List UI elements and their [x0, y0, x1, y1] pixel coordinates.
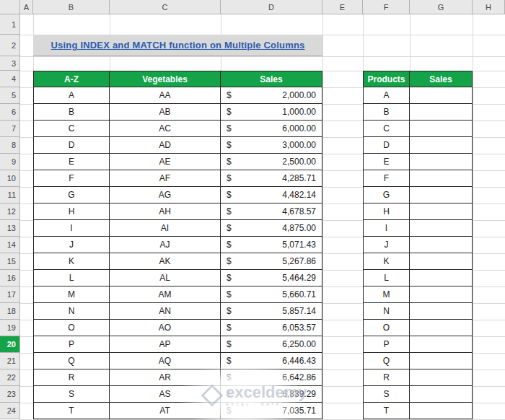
cell-az[interactable]: J	[33, 237, 110, 253]
row-header-18[interactable]: 18	[0, 303, 20, 320]
row-header-15[interactable]: 15	[0, 253, 20, 270]
row-header-8[interactable]: 8	[0, 137, 20, 154]
cell-product[interactable]: R	[363, 369, 410, 386]
cell-sales[interactable]: $2,500.00	[221, 154, 322, 170]
cell-vegetable[interactable]: AG	[110, 187, 221, 204]
cell-lookup-sales[interactable]	[410, 154, 473, 170]
row-header-22[interactable]: 22	[0, 369, 20, 386]
row-header-7[interactable]: 7	[0, 121, 20, 137]
row-header-4[interactable]: 4	[0, 71, 20, 87]
cell-az[interactable]: N	[33, 303, 110, 320]
cell-product[interactable]: T	[363, 403, 410, 419]
cell-vegetable[interactable]: AJ	[110, 237, 221, 253]
cell-lookup-sales[interactable]	[410, 270, 473, 286]
cell-product[interactable]: Q	[363, 353, 410, 369]
row-header-9[interactable]: 9	[0, 154, 20, 170]
cell-vegetable[interactable]: AC	[110, 121, 221, 137]
cell-sales[interactable]: $5,267.86	[221, 253, 322, 270]
cell-sales[interactable]: $1,000.00	[221, 104, 322, 121]
cell-product[interactable]: D	[363, 137, 410, 154]
cell-lookup-sales[interactable]	[410, 187, 473, 204]
cell-az[interactable]: H	[33, 204, 110, 220]
cell-vegetable[interactable]: AI	[110, 220, 221, 237]
cell-az[interactable]: I	[33, 220, 110, 237]
cell-az[interactable]: F	[33, 170, 110, 187]
column-header-G[interactable]: G	[410, 0, 473, 14]
cell-az[interactable]: O	[33, 320, 110, 336]
row-header-3[interactable]: 3	[0, 56, 20, 71]
row-header-2[interactable]: 2	[0, 35, 20, 56]
cell-product[interactable]: N	[363, 303, 410, 320]
cell-lookup-sales[interactable]	[410, 204, 473, 220]
main-table-header-sales[interactable]: Sales	[221, 71, 322, 87]
cell-az[interactable]: G	[33, 187, 110, 204]
cell-vegetable[interactable]: AE	[110, 154, 221, 170]
cell-lookup-sales[interactable]	[410, 369, 473, 386]
cell-vegetable[interactable]: AM	[110, 286, 221, 303]
cell-lookup-sales[interactable]	[410, 87, 473, 104]
cell-sales[interactable]: $4,678.57	[221, 204, 322, 220]
cell-sales[interactable]: $6,250.00	[221, 336, 322, 353]
cell-sales[interactable]: $6,000.00	[221, 121, 322, 137]
cell-vegetable[interactable]: AB	[110, 104, 221, 121]
row-header-11[interactable]: 11	[0, 187, 20, 204]
cell-vegetable[interactable]: AD	[110, 137, 221, 154]
cell-az[interactable]: S	[33, 386, 110, 403]
cell-lookup-sales[interactable]	[410, 386, 473, 403]
cell-vegetable[interactable]: AR	[110, 369, 221, 386]
cell-az[interactable]: P	[33, 336, 110, 353]
row-header-21[interactable]: 21	[0, 353, 20, 369]
row-header-24[interactable]: 24	[0, 403, 20, 419]
cell-product[interactable]: G	[363, 187, 410, 204]
cell-lookup-sales[interactable]	[410, 220, 473, 237]
column-header-D[interactable]: D	[221, 0, 322, 14]
row-header-17[interactable]: 17	[0, 286, 20, 303]
cell-lookup-sales[interactable]	[410, 336, 473, 353]
cell-sales[interactable]: $2,000.00	[221, 87, 322, 104]
cell-lookup-sales[interactable]	[410, 286, 473, 303]
column-header-E[interactable]: E	[322, 0, 363, 14]
cell-az[interactable]: T	[33, 403, 110, 419]
cell-vegetable[interactable]: AK	[110, 253, 221, 270]
cell-sales[interactable]: $3,000.00	[221, 137, 322, 154]
lookup-table-header-sales[interactable]: Sales	[410, 71, 473, 87]
cell-lookup-sales[interactable]	[410, 104, 473, 121]
cell-product[interactable]: H	[363, 204, 410, 220]
cell-product[interactable]: C	[363, 121, 410, 137]
cell-lookup-sales[interactable]	[410, 353, 473, 369]
cell-lookup-sales[interactable]	[410, 253, 473, 270]
cell-az[interactable]: D	[33, 137, 110, 154]
cell-product[interactable]: K	[363, 253, 410, 270]
cell-az[interactable]: R	[33, 369, 110, 386]
cell-lookup-sales[interactable]	[410, 170, 473, 187]
cell-vegetable[interactable]: AA	[110, 87, 221, 104]
cell-product[interactable]: S	[363, 386, 410, 403]
cell-vegetable[interactable]: AL	[110, 270, 221, 286]
cell-az[interactable]: B	[33, 104, 110, 121]
cell-az[interactable]: L	[33, 270, 110, 286]
cell-sales[interactable]: $4,482.14	[221, 187, 322, 204]
cell-sales[interactable]: $4,285.71	[221, 170, 322, 187]
cell-sales[interactable]: $5,464.29	[221, 270, 322, 286]
cell-az[interactable]: K	[33, 253, 110, 270]
cell-lookup-sales[interactable]	[410, 121, 473, 137]
row-header-23[interactable]: 23	[0, 386, 20, 403]
cell-sales[interactable]: $5,071.43	[221, 237, 322, 253]
row-header-20[interactable]: 20	[0, 336, 20, 353]
cell-az[interactable]: M	[33, 286, 110, 303]
cell-lookup-sales[interactable]	[410, 137, 473, 154]
row-header-13[interactable]: 13	[0, 220, 20, 237]
column-header-C[interactable]: C	[110, 0, 221, 14]
cell-vegetable[interactable]: AO	[110, 320, 221, 336]
cell-lookup-sales[interactable]	[410, 303, 473, 320]
cell-vegetable[interactable]: AH	[110, 204, 221, 220]
cell-product[interactable]: A	[363, 87, 410, 104]
column-header-B[interactable]: B	[33, 0, 110, 14]
column-header-F[interactable]: F	[363, 0, 410, 14]
row-header-5[interactable]: 5	[0, 87, 20, 104]
main-table-header-vegetables[interactable]: Vegetables	[110, 71, 221, 87]
cell-product[interactable]: P	[363, 336, 410, 353]
title-cell[interactable]: Using INDEX and MATCH function on Multip…	[33, 35, 322, 56]
cell-az[interactable]: Q	[33, 353, 110, 369]
cell-product[interactable]: F	[363, 170, 410, 187]
